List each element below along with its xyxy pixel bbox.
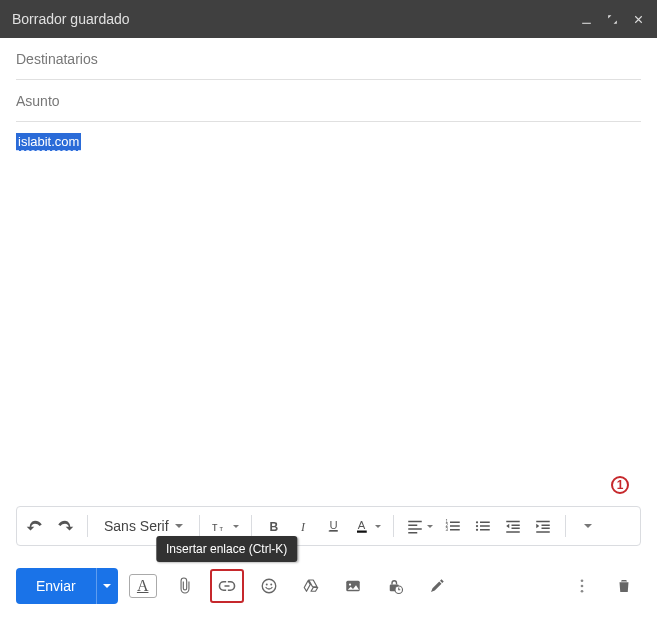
svg-text:I: I: [300, 520, 306, 534]
compose-action-bar: Enviar A Insertar enlace (Ctrl-K): [16, 568, 641, 604]
formatting-toggle-button[interactable]: A: [126, 569, 160, 603]
insert-emoji-button[interactable]: [252, 569, 286, 603]
discard-draft-button[interactable]: [607, 569, 641, 603]
bold-button[interactable]: B: [260, 512, 288, 540]
insert-photo-button[interactable]: [336, 569, 370, 603]
recipients-placeholder: Destinatarios: [16, 51, 98, 67]
formatting-more-button[interactable]: [574, 512, 602, 540]
confidential-mode-button[interactable]: [378, 569, 412, 603]
chevron-down-icon: [103, 584, 111, 588]
indent-less-button[interactable]: [499, 512, 527, 540]
insert-link-button[interactable]: Insertar enlace (Ctrl-K): [210, 569, 244, 603]
redo-button[interactable]: [51, 512, 79, 540]
more-options-button[interactable]: [565, 569, 599, 603]
svg-point-17: [270, 584, 272, 586]
annotation-step-1: 1: [611, 476, 629, 494]
text-color-button[interactable]: A: [350, 512, 385, 540]
formatting-toggle-icon: A: [129, 574, 157, 598]
svg-point-14: [475, 529, 477, 531]
svg-text:т: т: [212, 520, 218, 534]
svg-rect-8: [357, 531, 367, 533]
drive-icon: [302, 577, 320, 595]
svg-point-15: [262, 579, 276, 593]
pen-icon: [428, 577, 446, 595]
underline-button[interactable]: U: [320, 512, 348, 540]
svg-rect-0: [582, 22, 591, 23]
chevron-down-icon: [175, 524, 183, 528]
selected-link-text[interactable]: islabit.com: [16, 133, 81, 151]
compose-header: Borrador guardado: [0, 0, 657, 38]
chevron-down-icon: [427, 525, 433, 528]
svg-point-16: [265, 584, 267, 586]
attach-file-button[interactable]: [168, 569, 202, 603]
svg-point-19: [349, 583, 351, 585]
chevron-down-icon: [375, 525, 381, 528]
separator: [251, 515, 252, 537]
font-family-select[interactable]: Sans Serif: [96, 518, 191, 534]
svg-text:U: U: [329, 519, 337, 531]
emoji-icon: [260, 577, 278, 595]
font-size-button[interactable]: тт: [208, 512, 243, 540]
separator: [87, 515, 88, 537]
svg-point-12: [475, 521, 477, 523]
more-vertical-icon: [573, 577, 591, 595]
svg-text:3: 3: [445, 527, 448, 532]
close-icon[interactable]: [631, 12, 645, 26]
minimize-icon[interactable]: [579, 12, 593, 26]
attachment-icon: [176, 577, 194, 595]
compose-title: Borrador guardado: [12, 11, 579, 27]
send-button[interactable]: Enviar: [16, 568, 96, 604]
align-button[interactable]: [402, 512, 437, 540]
svg-point-24: [581, 590, 584, 593]
send-button-group: Enviar: [16, 568, 118, 604]
indent-more-button[interactable]: [529, 512, 557, 540]
image-icon: [344, 577, 362, 595]
subject-field[interactable]: Asunto: [16, 80, 641, 122]
svg-rect-6: [328, 531, 337, 532]
chevron-down-icon: [584, 524, 592, 528]
separator: [565, 515, 566, 537]
chevron-down-icon: [233, 525, 239, 528]
window-controls: [579, 12, 645, 26]
subject-placeholder: Asunto: [16, 93, 60, 109]
bulleted-list-button[interactable]: [469, 512, 497, 540]
recipients-field[interactable]: Destinatarios: [16, 38, 641, 80]
insert-drive-button[interactable]: [294, 569, 328, 603]
svg-point-22: [581, 579, 584, 582]
separator: [393, 515, 394, 537]
svg-text:т: т: [219, 524, 223, 533]
font-family-label: Sans Serif: [104, 518, 169, 534]
fullscreen-icon[interactable]: [605, 12, 619, 26]
svg-point-13: [475, 525, 477, 527]
svg-point-23: [581, 585, 584, 588]
compose-body[interactable]: islabit.com: [0, 122, 657, 492]
svg-text:A: A: [357, 519, 365, 531]
undo-button[interactable]: [21, 512, 49, 540]
svg-text:B: B: [269, 520, 278, 534]
separator: [199, 515, 200, 537]
lock-clock-icon: [386, 577, 404, 595]
numbered-list-button[interactable]: 123: [439, 512, 467, 540]
italic-button[interactable]: I: [290, 512, 318, 540]
insert-signature-button[interactable]: [420, 569, 454, 603]
trash-icon: [615, 577, 633, 595]
link-icon: [217, 576, 237, 596]
formatting-toolbar: Sans Serif тт B I U A 123: [16, 506, 641, 546]
send-more-button[interactable]: [96, 568, 118, 604]
